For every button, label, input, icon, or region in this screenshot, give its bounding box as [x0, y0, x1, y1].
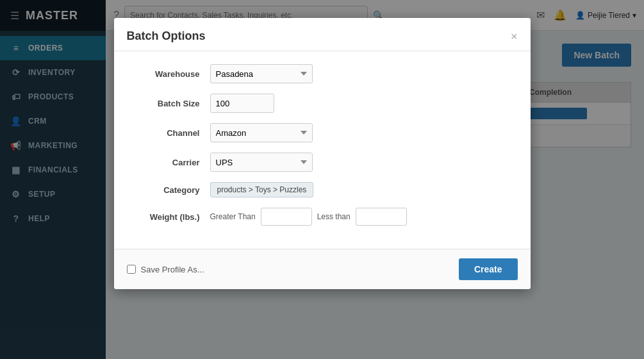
warehouse-row: Warehouse Pasadena Main Warehouse Second… [133, 64, 511, 83]
weight-greater-input[interactable] [261, 208, 312, 226]
channel-select[interactable]: Amazon eBay Shopify [210, 123, 313, 142]
category-label: Category [133, 185, 210, 195]
batch-options-modal: Batch Options × Warehouse Pasadena Main … [114, 18, 531, 289]
modal-close-button[interactable]: × [511, 31, 518, 42]
channel-label: Channel [133, 128, 210, 138]
modal-header: Batch Options × [114, 18, 531, 51]
modal-overlay: Batch Options × Warehouse Pasadena Main … [0, 0, 644, 359]
weight-inputs: Greater Than Less than [210, 208, 407, 226]
carrier-label: Carrier [133, 158, 210, 167]
warehouse-select[interactable]: Pasadena Main Warehouse Secondary [210, 64, 313, 83]
carrier-row: Carrier UPS FedEx USPS [133, 153, 511, 172]
less-than-label: Less than [317, 212, 351, 221]
batch-size-row: Batch Size [133, 94, 511, 113]
channel-row: Channel Amazon eBay Shopify [133, 123, 511, 142]
category-row: Category products > Toys > Puzzles [133, 182, 511, 197]
weight-label: Weight (lbs.) [133, 212, 210, 222]
warehouse-label: Warehouse [133, 69, 210, 79]
create-button[interactable]: Create [459, 258, 518, 280]
greater-than-label: Greater Than [210, 212, 256, 221]
batch-size-input[interactable] [210, 94, 274, 113]
weight-less-input[interactable] [356, 208, 407, 226]
save-profile-section: Save Profile As... [127, 265, 204, 274]
save-profile-checkbox[interactable] [127, 265, 136, 274]
category-value: products > Toys > Puzzles [210, 182, 314, 197]
modal-footer: Save Profile As... Create [114, 249, 531, 289]
modal-body: Warehouse Pasadena Main Warehouse Second… [114, 51, 531, 249]
carrier-select[interactable]: UPS FedEx USPS [210, 153, 313, 172]
modal-title: Batch Options [127, 29, 206, 43]
batch-size-label: Batch Size [133, 99, 210, 108]
weight-row: Weight (lbs.) Greater Than Less than [133, 208, 511, 226]
save-profile-label: Save Profile As... [141, 265, 204, 274]
